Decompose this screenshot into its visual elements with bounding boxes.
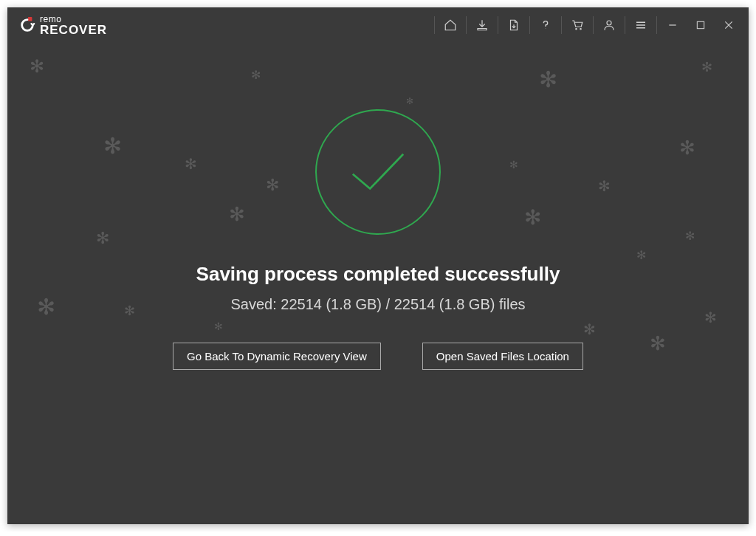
status-detail: Saved: 22514 (1.8 GB) / 22514 (1.8 GB) f… bbox=[230, 296, 525, 313]
brand-name-top: remo bbox=[40, 15, 107, 24]
close-icon bbox=[723, 19, 735, 31]
help-icon bbox=[540, 18, 551, 32]
maximize-button[interactable] bbox=[687, 7, 715, 43]
close-button[interactable] bbox=[715, 7, 743, 43]
menu-button[interactable] bbox=[627, 7, 655, 43]
action-buttons: Go Back To Dynamic Recovery View Open Sa… bbox=[173, 343, 583, 370]
user-icon bbox=[602, 18, 616, 32]
hamburger-icon bbox=[634, 18, 647, 32]
download-button[interactable] bbox=[468, 7, 496, 43]
maximize-icon bbox=[695, 20, 706, 30]
account-button[interactable] bbox=[595, 7, 623, 43]
status-headline: Saving process completed successfully bbox=[196, 263, 560, 286]
svg-rect-2 bbox=[697, 21, 704, 28]
app-logo: remo RECOVER bbox=[19, 15, 107, 36]
export-button[interactable] bbox=[500, 7, 528, 43]
minimize-icon bbox=[667, 19, 678, 31]
export-icon bbox=[507, 18, 520, 32]
brand-name-bottom: RECOVER bbox=[40, 24, 107, 36]
download-icon bbox=[475, 18, 489, 32]
home-button[interactable] bbox=[436, 7, 464, 43]
open-location-button[interactable]: Open Saved Files Location bbox=[422, 343, 583, 370]
help-button[interactable] bbox=[532, 7, 560, 43]
main-content: Saving process completed successfully Sa… bbox=[7, 43, 749, 524]
app-window: ✻ ✻ ✻ ✻ ✻ ✻ ✻ ✻ ✻ ✻ ✻ ✻ ✻ ✻ ✻ ✻ ✻ ✻ ✻ ✻ … bbox=[7, 7, 749, 524]
home-icon bbox=[444, 18, 457, 32]
success-checkmark-icon bbox=[315, 109, 441, 235]
logo-icon bbox=[19, 17, 35, 33]
cart-icon bbox=[571, 18, 584, 32]
svg-point-1 bbox=[607, 21, 611, 25]
go-back-button[interactable]: Go Back To Dynamic Recovery View bbox=[173, 343, 381, 370]
minimize-button[interactable] bbox=[659, 7, 687, 43]
titlebar: remo RECOVER bbox=[7, 7, 749, 43]
titlebar-controls bbox=[433, 7, 743, 43]
svg-rect-0 bbox=[28, 17, 32, 21]
cart-button[interactable] bbox=[563, 7, 591, 43]
